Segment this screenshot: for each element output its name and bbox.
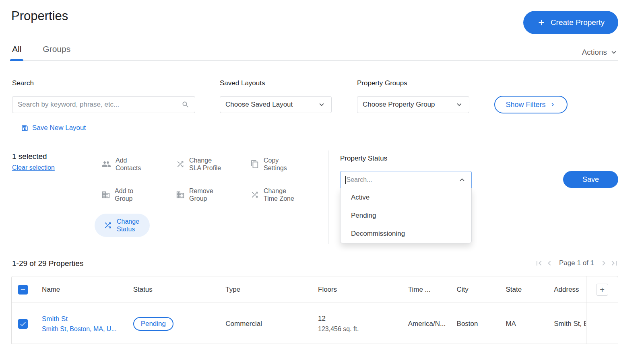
chevron-down-icon [609, 48, 618, 57]
shuffle-icon [103, 221, 112, 230]
first-page-icon [534, 258, 544, 268]
next-page-button[interactable] [599, 258, 609, 268]
saved-layouts-select[interactable]: Choose Saved Layout [220, 96, 332, 113]
tab-groups[interactable]: Groups [42, 42, 71, 61]
change-sla-profile-label: Change SLA Profile [189, 157, 221, 172]
pagination: Page 1 of 1 [534, 258, 619, 268]
select-all-checkbox[interactable] [18, 285, 28, 295]
clear-selection-link[interactable]: Clear selection [12, 164, 55, 171]
copy-settings-label: Copy Settings [264, 157, 287, 172]
properties-page: Properties Create Property All Groups Ac… [0, 0, 644, 344]
change-sla-profile-button[interactable]: Change SLA Profile [176, 157, 221, 172]
chevron-down-icon [317, 100, 326, 109]
saved-layouts-value: Choose Saved Layout [225, 101, 317, 109]
vertical-divider [328, 150, 328, 244]
show-filters-button[interactable]: Show Filters [494, 96, 568, 113]
property-status-label: Property Status [340, 154, 387, 163]
state-cell: MA [506, 320, 554, 328]
copy-icon [250, 160, 259, 169]
column-header-status: Status [133, 286, 226, 294]
add-contacts-button[interactable]: Add Contacts [101, 157, 141, 172]
save-new-layout-label: Save New Layout [32, 124, 86, 132]
column-header-name: Name [42, 286, 133, 294]
search-icon [182, 101, 190, 109]
remove-group-button[interactable]: Remove Group [176, 187, 213, 202]
save-new-layout-link[interactable]: Save New Layout [21, 124, 86, 132]
selected-count: 1 selected [12, 152, 47, 161]
chevron-right-icon [549, 101, 556, 108]
add-contacts-label: Add Contacts [116, 157, 141, 172]
address-cell: Smith St, B [554, 320, 586, 328]
table-header-row: Name Status Type Floors Time ... City St… [12, 276, 618, 303]
add-to-group-button[interactable]: Add to Group [101, 187, 133, 202]
check-icon [19, 320, 27, 328]
table-summary: 1-29 of 29 Properties [12, 259, 83, 268]
column-header-time-zone: Time ... [408, 286, 457, 294]
column-header-city: City [457, 286, 506, 294]
page-indicator: Page 1 of 1 [559, 259, 594, 267]
change-status-label: Change Status [117, 218, 139, 233]
column-header-type: Type [225, 286, 318, 294]
last-page-icon [609, 258, 619, 268]
time-zone-cell: America/N... [408, 320, 457, 328]
building-icon [176, 190, 185, 199]
column-header-state: State [506, 286, 554, 294]
property-status-combobox [340, 171, 472, 188]
search-input[interactable] [18, 101, 182, 109]
saved-layouts-label: Saved Layouts [220, 79, 265, 87]
page-title: Properties [11, 9, 68, 23]
remove-group-label: Remove Group [189, 187, 213, 202]
city-cell: Boston [457, 320, 506, 328]
save-icon [21, 124, 29, 132]
change-time-zone-label: Change Time Zone [264, 187, 294, 202]
property-groups-label: Property Groups [357, 79, 407, 87]
change-time-zone-button[interactable]: Change Time Zone [250, 187, 294, 202]
tab-all[interactable]: All [11, 42, 22, 61]
row-checkbox[interactable] [18, 319, 28, 329]
shuffle-icon [250, 190, 259, 199]
create-property-label: Create Property [551, 18, 605, 27]
floors-value: 12 [318, 313, 408, 324]
search-field [12, 96, 195, 113]
save-button[interactable]: Save [563, 171, 618, 188]
plus-icon [537, 18, 546, 27]
column-header-floors: Floors [318, 286, 408, 294]
add-column-button[interactable]: + [596, 284, 608, 296]
building-icon [101, 190, 110, 199]
property-status-options-panel: Active Pending Decommissioning [340, 188, 472, 243]
search-label: Search [12, 79, 34, 87]
column-header-address: Address [554, 286, 586, 294]
change-status-button[interactable]: Change Status [95, 214, 150, 237]
previous-page-button[interactable] [545, 258, 554, 268]
property-groups-value: Choose Property Group [363, 101, 455, 109]
table-row: Smith St Smith St, Boston, MA, U... Pend… [12, 303, 618, 344]
first-page-button[interactable] [534, 258, 544, 268]
chevron-left-icon [545, 258, 554, 268]
properties-table: Name Status Type Floors Time ... City St… [11, 276, 618, 344]
tabs-row: All Groups Actions [11, 42, 618, 61]
property-groups-select[interactable]: Choose Property Group [357, 96, 469, 113]
indeterminate-icon [19, 286, 27, 293]
actions-label: Actions [582, 48, 607, 57]
option-pending[interactable]: Pending [341, 206, 471, 225]
show-filters-label: Show Filters [506, 101, 545, 109]
property-status-search-input[interactable] [347, 176, 458, 183]
people-icon [101, 159, 111, 169]
property-location-link[interactable]: Smith St, Boston, MA, U... [42, 324, 133, 334]
copy-settings-button[interactable]: Copy Settings [250, 157, 287, 172]
create-property-button[interactable]: Create Property [523, 11, 618, 34]
add-to-group-label: Add to Group [115, 187, 133, 202]
option-decommissioning[interactable]: Decommissioning [341, 225, 471, 243]
option-active[interactable]: Active [341, 188, 471, 206]
actions-dropdown[interactable]: Actions [582, 42, 618, 60]
chevron-down-icon [455, 100, 464, 109]
shuffle-icon [176, 160, 185, 169]
status-badge: Pending [133, 317, 173, 331]
last-page-button[interactable] [609, 258, 619, 268]
property-name-link[interactable]: Smith St [42, 314, 133, 324]
property-type-cell: Commercial [225, 320, 318, 328]
chevron-right-icon [599, 258, 609, 268]
chevron-up-icon[interactable] [458, 175, 466, 184]
text-cursor [345, 176, 346, 184]
area-value: 123,456 sq. ft. [318, 324, 408, 334]
